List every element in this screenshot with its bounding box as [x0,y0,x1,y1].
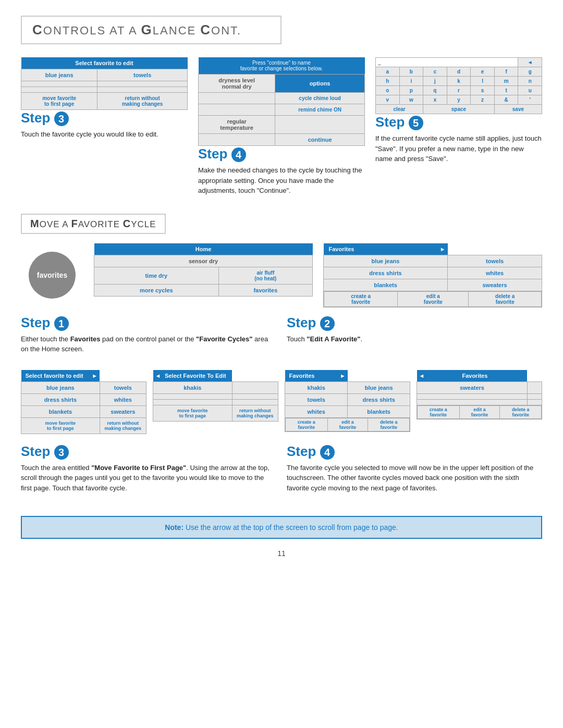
step2-col: Step 2 Touch "Edit A Favorite". [287,315,542,362]
favorites-screen-col: Favorites ► blue jeanstowels dress shirt… [323,243,542,307]
bottom-screen-d: ◄ Favorites sweaters create afavorite ed… [417,370,542,434]
bottom-screen-c: Favorites ► khakisblue jeans towelsdress… [285,370,410,434]
top-step3-col: Select favorite to edit blue jeanstowels… [21,57,188,203]
move-section-title: MOVE A FAVORITE CYCLE [21,214,166,234]
move-step2-text: Touch "Edit A Favorite". [287,334,542,344]
favorites-button-col: favorites [21,243,83,307]
move-step3-4-text-row: Step 3 Touch the area entitled "Move Fav… [21,443,542,501]
top-step5-col: _ ◄ abc def g hij klm n opq rst u vwx yz… [375,57,542,203]
move-step1-2-row: favorites Home sensor dry time dry air f… [21,243,542,307]
step3-text: Touch the favorite cycle you would like … [21,129,188,140]
bottom-screen-b-table: ◄ Select Favorite To Edit khakis move fa… [153,370,278,422]
page-header: CONTROLS AT A GLANCE CONT. [21,16,282,44]
step4-text: Make the needed changes to the cycle by … [198,165,365,196]
bottom-screen-d-table: ◄ Favorites sweaters create afavorite ed… [417,370,542,419]
step5-heading: Step 5 [375,114,542,130]
move-step4-col: Step 4 The favorite cycle you selected t… [287,443,542,501]
page-title: CONTROLS AT A GLANCE CONT. [32,22,270,38]
move-step3-col: Step 3 Touch the area entitled "Move Fav… [21,443,276,501]
page-number: 11 [21,549,542,558]
move-step3-text: Touch the area entitled "Move Favorite t… [21,463,276,493]
move-step1-heading: Step 1 [21,315,276,331]
favorites-circle: favorites [29,252,76,299]
bottom-screen-b: ◄ Select Favorite To Edit khakis move fa… [153,370,278,434]
top-three-col: Select favorite to edit blue jeanstowels… [21,57,542,203]
step5-text: If the current favorite cycle name still… [375,133,542,164]
fav-screen1-table: Favorites ► blue jeanstowels dress shirt… [323,243,542,307]
screen1-table: Select favorite to edit blue jeanstowels… [21,57,188,110]
screen2-table: Press "continue" to namefavorite or chan… [198,57,365,146]
bottom-four-col: Select favorite to edit ► blue jeanstowe… [21,370,542,434]
home-screen-col: Home sensor dry time dry air fluff(no he… [94,243,313,307]
bottom-screen-a: Select favorite to edit ► blue jeanstowe… [21,370,146,434]
home-screen-table: Home sensor dry time dry air fluff(no he… [94,243,313,297]
keyboard-table: _ ◄ abc def g hij klm n opq rst u vwx yz… [375,57,542,114]
bottom-screen-a-table: Select favorite to edit ► blue jeanstowe… [21,370,146,434]
move-step1-text: Either touch the Favorites pad on the co… [21,334,276,354]
step1-col: Step 1 Either touch the Favorites pad on… [21,315,276,362]
move-step4-heading: Step 4 [287,443,542,460]
bottom-screen-c-table: Favorites ► khakisblue jeans towelsdress… [285,370,410,432]
step4-heading: Step 4 [198,146,365,162]
move-step4-text: The favorite cycle you selected to move … [287,463,542,493]
move-step3-heading: Step 3 [21,443,276,460]
move-step2-heading: Step 2 [287,315,542,331]
note-box: Note: Use the arrow at the top of the sc… [21,516,542,539]
step1-2-text-row: Step 1 Either touch the Favorites pad on… [21,315,542,362]
top-step4-col: Press "continue" to namefavorite or chan… [198,57,365,203]
step3-heading: Step 3 [21,110,188,126]
